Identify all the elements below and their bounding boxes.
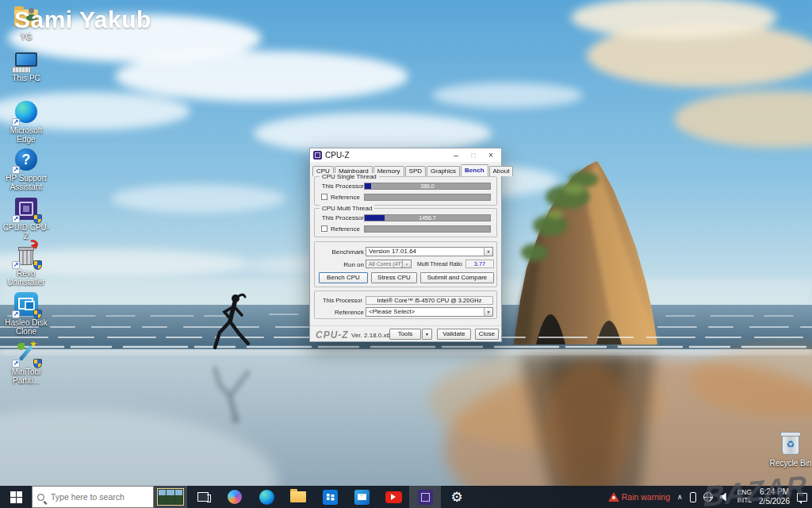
- photo-thumbnail-icon: [157, 488, 184, 506]
- tools-button[interactable]: Tools: [389, 329, 421, 340]
- this-processor-label: This Processor: [315, 297, 362, 304]
- taskbar: ⚙ Rain warning ∧ ENG INTL 6:24 PM 2/5/20…: [0, 486, 812, 508]
- gear-icon: ⚙: [450, 491, 462, 504]
- search-icon: [37, 494, 44, 501]
- reference-label: Reference: [304, 194, 352, 201]
- window-footer: CPU-Z Ver. 2.18.0.x64 Tools ▼ Validate C…: [310, 325, 501, 342]
- youtube-button[interactable]: [377, 486, 409, 508]
- desktop-icon-recycle-bin[interactable]: ♻ Recycle Bin: [766, 431, 812, 468]
- submit-compare-button[interactable]: Submit and Compare: [420, 272, 494, 283]
- time-text: 6:24 PM: [759, 487, 790, 497]
- multi-thread-ratio-label: Multi Thread Ratio: [413, 261, 462, 267]
- task-view-button[interactable]: [187, 486, 219, 508]
- cpuz-app-icon: [313, 151, 322, 160]
- weather-alert[interactable]: Rain warning: [608, 492, 670, 502]
- icon-label: Microsoft Edge: [2, 127, 51, 144]
- copilot-button[interactable]: [219, 486, 251, 508]
- icon-label: Recycle Bin: [770, 460, 812, 468]
- windows-logo-icon: [10, 491, 22, 503]
- reference-score-bar: [364, 225, 491, 233]
- run-on-value: All Cores (4T): [369, 261, 403, 267]
- file-explorer-button[interactable]: [282, 486, 314, 508]
- edge-icon: ↗: [13, 98, 40, 125]
- desktop-icon-cpuid-cpuz[interactable]: ↗ CPUID CPU-Z: [2, 195, 51, 241]
- this-processor-label: This Processor: [316, 183, 364, 190]
- phone-link-icon[interactable]: [690, 492, 696, 502]
- cpuz-window: CPU-Z – □ × CPU Mainboard Memory SPD Gra…: [309, 148, 502, 342]
- desktop-icon-hp-support[interactable]: ? ↗ HP Support Assistant: [2, 146, 51, 191]
- outlook-icon: [354, 490, 370, 505]
- this-processor-label: This Processor: [316, 214, 364, 221]
- search-input[interactable]: [49, 491, 136, 502]
- revo-uninstaller-icon: ↗: [13, 241, 40, 268]
- minimize-button[interactable]: –: [447, 149, 465, 161]
- copilot-icon: [228, 490, 242, 504]
- close-button[interactable]: ×: [482, 149, 500, 161]
- language-indicator[interactable]: ENG INTL: [737, 489, 752, 505]
- close-button-footer[interactable]: Close: [475, 329, 499, 340]
- action-center-icon[interactable]: [797, 493, 807, 502]
- microsoft-store-button[interactable]: [314, 486, 346, 508]
- tab-bench[interactable]: Bench: [461, 164, 488, 176]
- validate-button[interactable]: Validate: [437, 329, 471, 340]
- benchmark-version-value: Version 17.01.64: [369, 248, 416, 255]
- uac-shield-icon: [33, 310, 42, 319]
- outlook-button[interactable]: [346, 486, 377, 508]
- volume-icon[interactable]: [720, 493, 730, 502]
- shortcut-arrow-icon: ↗: [12, 118, 20, 126]
- group-cpu-multi-thread: CPU Multi Thread This Processor 1456.7 R…: [314, 208, 497, 237]
- reference-combobox[interactable]: <Please Select> ▼: [366, 307, 493, 317]
- chevron-down-icon[interactable]: ▼: [484, 248, 492, 256]
- hasleo-icon: ↗: [13, 291, 40, 318]
- open-app-photo-thumbnail[interactable]: [154, 486, 187, 508]
- icon-label: CPUID CPU-Z: [2, 224, 51, 241]
- settings-button[interactable]: ⚙: [441, 486, 473, 508]
- shortcut-arrow-icon: ↗: [12, 215, 20, 223]
- folder-icon: [290, 491, 306, 502]
- tab-about[interactable]: About: [489, 166, 514, 176]
- bench-cpu-button[interactable]: Bench CPU: [319, 272, 368, 283]
- edge-taskbar-button[interactable]: [251, 486, 282, 508]
- stress-cpu-button[interactable]: Stress CPU: [371, 272, 417, 283]
- run-on-label: Run on: [316, 261, 364, 268]
- multi-thread-ratio-value: 3.77: [465, 260, 494, 268]
- desktop-icon-this-pc[interactable]: This PC: [2, 46, 51, 83]
- show-hidden-icons-button[interactable]: ∧: [677, 493, 683, 501]
- user-folder-icon: [13, 5, 40, 32]
- hp-support-icon: ? ↗: [13, 146, 40, 173]
- group-cpu-single-thread: CPU Single Thread This Processor 386.0 R…: [314, 176, 497, 206]
- reference-value: <Please Select>: [369, 308, 415, 315]
- weather-alert-text: Rain warning: [622, 492, 670, 502]
- cpuz-icon: [418, 490, 433, 505]
- run-on-combobox: All Cores (4T) ▼: [366, 260, 412, 268]
- recycle-bin-icon: ♻: [777, 431, 804, 458]
- shortcut-arrow-icon: ↗: [12, 310, 20, 318]
- shortcut-arrow-icon: ↗: [12, 360, 20, 368]
- desktop-icon-user-folder[interactable]: YG: [2, 5, 51, 42]
- benchmark-version-combobox[interactable]: Version 17.01.64 ▼: [366, 247, 493, 256]
- desktop-icon-minitool-partition[interactable]: ★ ↗ MiniTool Partiti...: [2, 340, 51, 385]
- warning-triangle-icon: [608, 492, 619, 502]
- desktop-icon-edge[interactable]: ↗ Microsoft Edge: [2, 98, 51, 144]
- desktop: Sami Yakub BAZAR YG This PC ↗ Microsoft …: [0, 0, 812, 508]
- desktop-icon-hasleo-disk-clone[interactable]: ↗ Hasleo Disk Clone: [2, 291, 51, 336]
- uac-shield-icon: [33, 359, 42, 368]
- start-button[interactable]: [0, 486, 32, 508]
- clock[interactable]: 6:24 PM 2/5/2026: [759, 487, 790, 506]
- network-icon[interactable]: [703, 492, 713, 502]
- cpuz-logo: CPU-Z: [316, 329, 349, 341]
- tab-spd[interactable]: SPD: [405, 166, 426, 176]
- date-text: 2/5/2026: [759, 497, 790, 506]
- title-bar[interactable]: CPU-Z – □ ×: [310, 148, 501, 162]
- store-icon: [323, 490, 338, 505]
- shortcut-arrow-icon: ↗: [12, 166, 20, 174]
- cpuz-taskbar-button[interactable]: [409, 486, 441, 508]
- taskbar-search[interactable]: [32, 486, 154, 508]
- desktop-icon-revo-uninstaller[interactable]: ↗ Revo Uninstaller: [2, 241, 51, 287]
- cpuz-icon: ↗: [13, 195, 40, 222]
- icon-label: YG: [21, 33, 32, 42]
- edge-icon: [259, 490, 274, 505]
- chevron-down-icon[interactable]: ▼: [484, 308, 492, 316]
- tools-dropdown-button[interactable]: ▼: [422, 329, 432, 340]
- tab-graphics[interactable]: Graphics: [427, 166, 460, 176]
